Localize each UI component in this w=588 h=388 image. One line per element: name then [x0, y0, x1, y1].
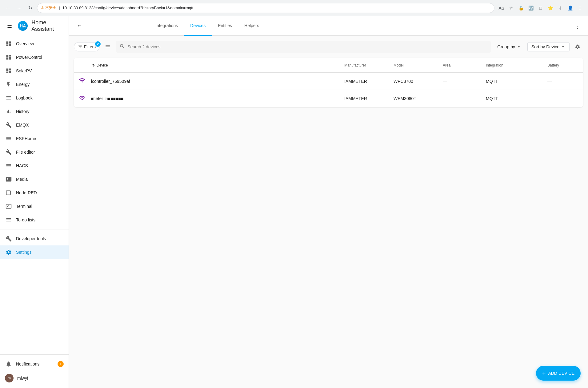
tab-integrations[interactable]: Integrations	[149, 16, 184, 36]
cell-area-2: —	[443, 96, 486, 101]
node-red-icon	[5, 189, 12, 196]
star-btn[interactable]: ⭐	[546, 4, 555, 12]
content-area: Filters 2 Group by Sort by Dev	[69, 36, 588, 388]
cell-battery-2: —	[547, 96, 578, 101]
back-button[interactable]: ←	[4, 4, 12, 12]
col-header-area[interactable]: Area	[443, 63, 486, 67]
cell-icon-1	[79, 77, 91, 85]
back-button[interactable]: ←	[74, 20, 85, 31]
sidebar-item-terminal[interactable]: Terminal	[0, 200, 69, 213]
cell-battery-1: —	[547, 79, 578, 84]
extension2-btn[interactable]: 🔄	[526, 4, 535, 12]
extension-btn[interactable]: 🔒	[517, 4, 525, 12]
tab-devices[interactable]: Devices	[184, 16, 212, 36]
security-warning: ⚠ 不安全	[41, 5, 56, 10]
app-container: ☰ HA Home Assistant Overview PowerContro…	[0, 16, 588, 388]
esphome-icon	[5, 135, 12, 142]
notifications-icon	[5, 360, 12, 368]
sidebar-item-node-red[interactable]: Node-RED	[0, 186, 69, 200]
sidebar-item-solarpv[interactable]: SolarPV	[0, 64, 69, 78]
table-settings-button[interactable]	[572, 41, 583, 52]
sidebar-item-file-editor[interactable]: File editor	[0, 145, 69, 159]
app-logo: HA	[18, 21, 28, 31]
col-header-battery[interactable]: Battery	[547, 63, 578, 67]
group-by-label: Group by	[497, 44, 515, 49]
sidebar-item-energy[interactable]: Energy	[0, 78, 69, 91]
search-input[interactable]	[127, 44, 487, 49]
overview-icon	[5, 40, 12, 47]
cell-area-1: —	[443, 79, 486, 84]
table-row[interactable]: imeter_5■■■■■■ IAMMETER WEM3080T — MQTT	[74, 90, 583, 107]
filter-button[interactable]: Filters 2	[74, 42, 100, 51]
sidebar-item-notifications[interactable]: Notifications 1	[0, 357, 69, 371]
sidebar-bottom: Notifications 1 m miwyf	[0, 350, 69, 388]
address-bar: ⚠ 不安全 | 10.10.30.89:8123/config/devices/…	[37, 3, 494, 13]
sidebar-label-media: Media	[16, 177, 28, 182]
col-header-device[interactable]: Device	[91, 63, 344, 67]
sidebar-item-logbook[interactable]: Logbook	[0, 91, 69, 105]
more-options-button[interactable]: ⋮	[572, 20, 583, 31]
sidebar-label-node-red: Node-RED	[16, 190, 37, 195]
sort-by-button[interactable]: Sort by Device	[527, 42, 570, 51]
sidebar-item-overview[interactable]: Overview	[0, 37, 69, 51]
sidebar-item-user[interactable]: m miwyf	[0, 371, 69, 386]
sidebar-label-settings: Settings	[16, 250, 32, 255]
sidebar-label-file-editor: File editor	[16, 150, 35, 155]
profile-btn[interactable]: 👤	[566, 4, 574, 12]
tab-entities[interactable]: Entities	[212, 16, 238, 36]
tab-btn[interactable]: □	[536, 4, 545, 12]
sidebar-label-notifications: Notifications	[16, 362, 39, 366]
cell-model-2: WEM3080T	[394, 96, 443, 101]
sidebar: ☰ HA Home Assistant Overview PowerContro…	[0, 16, 69, 388]
sidebar-item-hacs[interactable]: HACS	[0, 159, 69, 172]
device-wifi-icon-2	[79, 95, 86, 103]
table-row[interactable]: icontroller_769509af IAMMETER WPC3700 — …	[74, 73, 583, 90]
todo-icon	[5, 216, 12, 224]
sidebar-label-history: History	[16, 109, 30, 114]
powercontrol-icon	[5, 54, 12, 61]
sidebar-label-energy: Energy	[16, 82, 30, 87]
sidebar-label-terminal: Terminal	[16, 204, 32, 209]
menu-btn[interactable]: ⋮	[576, 4, 584, 12]
bookmark-btn[interactable]: ☆	[507, 4, 515, 12]
hacs-icon	[5, 162, 12, 169]
sidebar-item-history[interactable]: History	[0, 105, 69, 118]
col-header-integration[interactable]: Integration	[486, 63, 547, 67]
sidebar-menu-button[interactable]: ☰	[5, 20, 14, 31]
file-editor-icon	[5, 148, 12, 156]
notification-badge: 1	[58, 361, 64, 367]
sidebar-item-label: Overview	[16, 41, 34, 46]
sidebar-item-media[interactable]: Media	[0, 172, 69, 186]
download-btn[interactable]: ⇓	[556, 4, 565, 12]
terminal-icon	[5, 203, 12, 210]
settings-icon	[5, 249, 12, 256]
columns-button[interactable]	[102, 41, 113, 52]
forward-button[interactable]: →	[15, 4, 23, 12]
sidebar-item-settings[interactable]: Settings	[0, 245, 69, 259]
reload-button[interactable]: ↻	[26, 4, 34, 12]
sidebar-label-esphome: ESPHome	[16, 136, 36, 141]
logbook-icon	[5, 94, 12, 102]
browser-action-bar: Aa ☆ 🔒 🔄 □ ⭐ ⇓ 👤 ⋮	[497, 4, 584, 12]
sidebar-label-powercontrol: PowerControl	[16, 55, 42, 60]
tab-helpers[interactable]: Helpers	[238, 16, 265, 36]
sidebar-item-esphome[interactable]: ESPHome	[0, 132, 69, 145]
cell-device-1: icontroller_769509af	[91, 79, 344, 84]
sidebar-item-powercontrol[interactable]: PowerControl	[0, 51, 69, 64]
sidebar-item-emqx[interactable]: EMQX	[0, 118, 69, 132]
media-icon	[5, 176, 12, 183]
sidebar-item-todo[interactable]: To-do lists	[0, 213, 69, 227]
sidebar-divider-1	[0, 229, 69, 229]
app-title: Home Assistant	[31, 19, 64, 32]
sidebar-nav: Overview PowerControl SolarPV Energy	[0, 36, 69, 350]
top-nav: ← Integrations Devices Entities Helpers …	[69, 16, 588, 36]
fab-label: ADD DEVICE	[548, 371, 574, 376]
reader-mode-btn[interactable]: Aa	[497, 4, 506, 12]
add-device-fab[interactable]: + ADD DEVICE	[536, 366, 581, 381]
group-by-button[interactable]: Group by	[494, 42, 525, 51]
col-header-manufacturer[interactable]: Manufacturer	[344, 63, 394, 67]
sidebar-item-developer-tools[interactable]: Developer tools	[0, 232, 69, 245]
developer-tools-icon	[5, 235, 12, 242]
col-header-model[interactable]: Model	[394, 63, 443, 67]
user-avatar: m	[5, 374, 14, 382]
